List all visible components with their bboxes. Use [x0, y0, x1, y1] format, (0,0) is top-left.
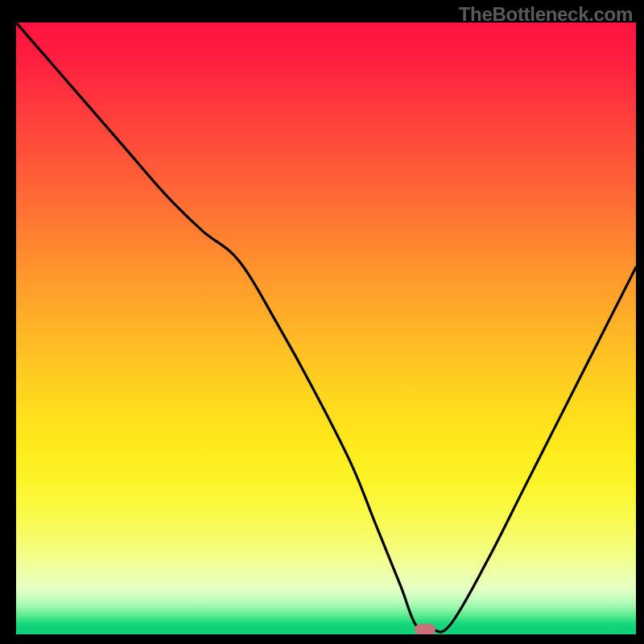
bottleneck-curve-svg: [16, 23, 636, 634]
chart-stage: TheBottleneck.com: [0, 0, 644, 644]
bottleneck-curve-path: [16, 23, 636, 632]
plot-area: [16, 23, 636, 634]
optimal-marker: [415, 624, 436, 634]
watermark-text: TheBottleneck.com: [459, 3, 633, 26]
